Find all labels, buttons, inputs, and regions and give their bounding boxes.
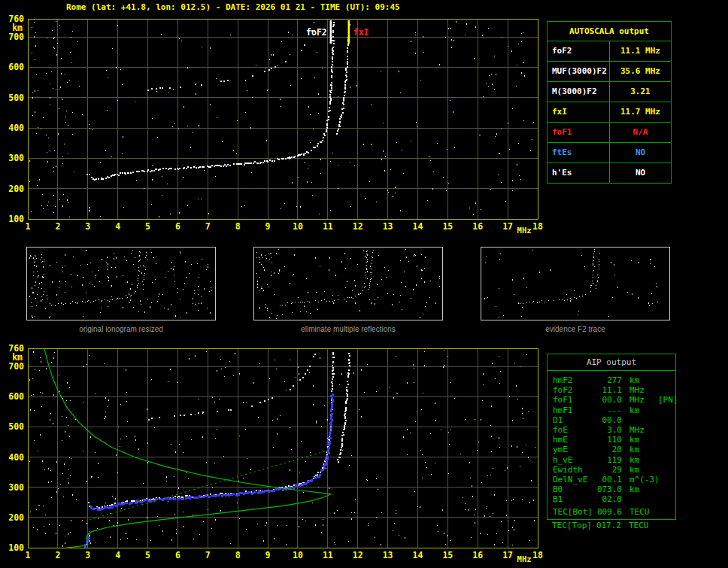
aip-param-unit: km: [622, 405, 657, 415]
svg-text:13: 13: [383, 550, 393, 560]
svg-text:600: 600: [8, 62, 24, 72]
second-hop-low-series: [71, 270, 99, 274]
aip-param-value: 00.0: [595, 415, 622, 425]
thumbnail-evidence-f2-trace: evidence F2 trace: [481, 247, 670, 333]
aip-param-label: h_vE: [553, 455, 595, 465]
aip-param-extra: [657, 415, 670, 425]
svg-text:9: 9: [265, 221, 271, 232]
svg-text:3: 3: [85, 221, 90, 232]
aip-param-label: D1: [553, 415, 595, 425]
X-trace-series: [596, 253, 601, 289]
svg-text:400: 400: [8, 123, 24, 133]
aip-row-hmF2: hmF2277km: [548, 375, 675, 385]
aip-row-foF2: foF211.1MHz: [548, 385, 675, 395]
aip-row-TEC[Top]: TEC[Top]017.2TECU: [547, 521, 675, 530]
thumbnail-eliminate-reflections-image: [253, 247, 443, 320]
aip-param-label: DelN_vE: [553, 475, 595, 484]
svg-text:300: 300: [8, 153, 24, 163]
svg-text:18: 18: [532, 221, 543, 232]
autoscala-row-label: MUF(3000)F2: [548, 62, 610, 81]
svg-text:3: 3: [85, 550, 90, 560]
autoscala-row-MUF(3000)F2: MUF(3000)F235.6 MHz: [548, 62, 671, 82]
aip-param-unit: m^(-3): [622, 475, 657, 484]
aip-row-foF1: foF100.0MHz[PN]: [548, 395, 675, 405]
aip-param-unit: TECU: [621, 521, 656, 530]
aip-row-hmE: hmE110km: [548, 435, 675, 445]
aip-param-value: 20: [595, 445, 622, 454]
aip-param-label: hmE: [553, 435, 595, 445]
aip-param-unit: km: [622, 455, 657, 465]
second-hop-series: [251, 354, 316, 407]
svg-text:15: 15: [442, 550, 453, 560]
svg-text:16: 16: [472, 550, 483, 560]
svg-text:100: 100: [8, 214, 24, 224]
E-stub-series: [89, 207, 91, 211]
autoscala-row-value: 11.1 MHz: [610, 41, 671, 61]
aip-table-title: AIP output: [548, 354, 675, 371]
aip-param-extra: [657, 507, 670, 517]
svg-text:16: 16: [472, 221, 483, 232]
aip-param-label: ymE: [553, 445, 595, 454]
svg-text:500: 500: [8, 421, 24, 432]
ionogram-bottom-grid: [28, 348, 538, 548]
ionogram-bottom-plot-border: [29, 349, 538, 548]
svg-text:8: 8: [235, 221, 241, 232]
fxI-marker-label: fxI: [353, 27, 369, 38]
ionogram-top-noise-speckle: [484, 250, 658, 317]
svg-text:7: 7: [205, 550, 211, 560]
aip-param-extra: [657, 375, 670, 385]
autoscala-table-title: AUTOSCALA output: [548, 22, 671, 41]
svg-text:700: 700: [8, 361, 24, 372]
autoscala-row-foF2: foF211.1 MHz: [548, 41, 671, 62]
aip-param-value: 277: [595, 375, 622, 385]
svg-text:10: 10: [293, 550, 303, 560]
ionogram-top-noise-speckle: [256, 249, 441, 318]
svg-text:400: 400: [8, 452, 24, 463]
svg-text:1: 1: [26, 550, 31, 560]
O-trace-series: [518, 249, 595, 304]
aip-param-label: foF1: [553, 395, 595, 405]
svg-text:2: 2: [55, 550, 60, 560]
svg-text:4: 4: [115, 550, 120, 560]
aip-param-extra: [657, 405, 670, 415]
E-stub-series: [276, 315, 278, 319]
thumbnail-caption: original ionogram resized: [26, 325, 216, 333]
aip-param-unit: km: [622, 465, 657, 475]
autoscala-output-table: AUTOSCALA output foF211.1 MHzMUF(3000)F2…: [547, 21, 672, 184]
autoscala-row-label: foF1: [548, 123, 610, 142]
autoscala-table-rows: foF211.1 MHzMUF(3000)F235.6 MHzM(3000)F2…: [548, 41, 671, 183]
svg-text:14: 14: [413, 550, 423, 560]
svg-text:12: 12: [353, 550, 363, 560]
svg-text:11: 11: [323, 550, 333, 560]
aip-param-value: ---: [595, 405, 622, 415]
aip-row-TEC[Bot]: TEC[Bot]009.6TECU: [548, 507, 675, 517]
svg-text:18: 18: [532, 550, 543, 560]
svg-text:7: 7: [205, 221, 211, 232]
tec-top-row-slot: TEC[Top]017.2TECU: [547, 521, 675, 530]
aip-row-h_vE: h_vE119km: [548, 455, 675, 465]
aip-output-table: AIP output hmF2277kmfoF211.1MHzfoF100.0M…: [547, 354, 676, 520]
thumbnail-evidence-f2-trace-image: [481, 247, 670, 320]
aip-param-unit: km: [622, 375, 657, 385]
aip-param-value: 00.1: [595, 475, 622, 484]
aip-param-unit: MHz: [622, 385, 657, 395]
svg-text:600: 600: [8, 391, 24, 402]
svg-text:8: 8: [235, 550, 241, 560]
aip-param-label: B0: [553, 484, 595, 494]
ionogram-top-chart: 760700600500400300200100km12345678910111…: [0, 0, 546, 237]
E-stub-series: [49, 316, 51, 318]
aip-param-label: foE: [553, 425, 595, 435]
foF2-marker-label: foF2: [306, 27, 327, 38]
aip-row-D1: D100.0: [548, 415, 675, 425]
ionogram-bottom-chart: 760700600500400300200100km12345678910111…: [0, 339, 546, 568]
aip-param-label: B1: [553, 494, 595, 504]
aip-param-extra: [657, 445, 670, 454]
aip-param-extra: [657, 425, 670, 435]
svg-text:6: 6: [175, 221, 180, 232]
ionogram-bottom-noise-speckle: [29, 350, 535, 546]
autoscala-screen: Rome (lat: +41.8, lon: 012.5) - DATE: 20…: [0, 0, 728, 568]
aip-param-value: 02.0: [595, 494, 622, 504]
aip-param-extra: [657, 475, 670, 484]
aip-row-Ewidth: Ewidth29km: [548, 465, 675, 475]
svg-text:12: 12: [353, 221, 363, 232]
